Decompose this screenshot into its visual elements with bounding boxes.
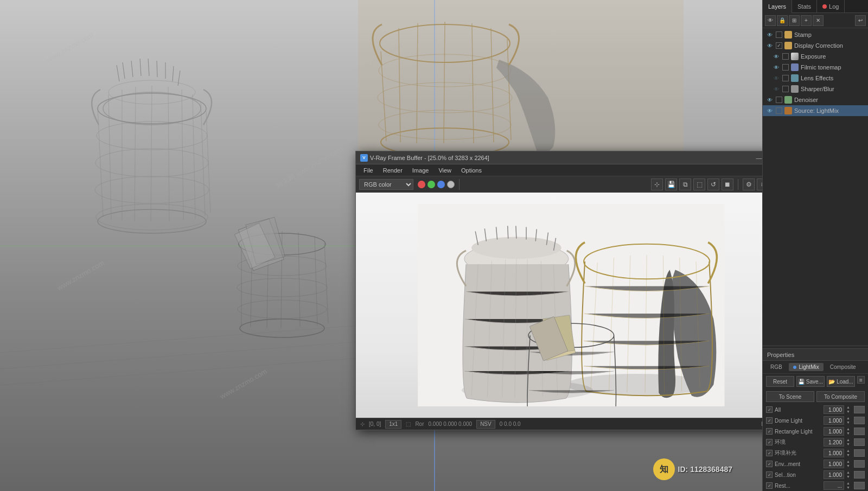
- tab-layers[interactable]: Layers: [763, 0, 792, 13]
- light-sel-down[interactable]: ▼: [846, 475, 852, 479]
- light-dome-color[interactable]: [854, 417, 865, 424]
- prop-tab-composite[interactable]: Composite: [826, 363, 860, 371]
- light-env2-down[interactable]: ▼: [846, 464, 852, 468]
- layer-stamp-checkbox[interactable]: [776, 31, 782, 38]
- layer-stamp-eye[interactable]: 👁: [766, 31, 774, 39]
- light-all-up[interactable]: ▲: [846, 405, 852, 410]
- channel-select[interactable]: RGB color Alpha Luminance: [359, 179, 413, 190]
- load-button[interactable]: 📂 Load...: [827, 376, 855, 387]
- format-button[interactable]: NSV: [476, 420, 495, 429]
- layer-exposure-eye[interactable]: 👁: [773, 53, 780, 60]
- layer-denoiser-eye[interactable]: 👁: [766, 96, 774, 104]
- light-rest-up[interactable]: ▲: [846, 481, 852, 486]
- menu-file[interactable]: File: [359, 165, 378, 176]
- light-dome-up[interactable]: ▲: [846, 416, 852, 420]
- light-env-checkbox[interactable]: [766, 439, 773, 445]
- light-dome-checkbox[interactable]: [766, 417, 773, 424]
- layer-lens-checkbox[interactable]: [782, 75, 789, 81]
- settings-button[interactable]: ⚙: [743, 178, 755, 190]
- menu-options[interactable]: Options: [457, 165, 486, 176]
- vfb-render-area[interactable]: BLINK: [356, 193, 786, 418]
- layers-group-button[interactable]: ⊞: [789, 15, 800, 26]
- menu-image[interactable]: Image: [408, 165, 433, 176]
- light-env-up[interactable]: ▲: [846, 438, 852, 442]
- minimize-button[interactable]: —: [756, 155, 762, 161]
- light-all-color[interactable]: [854, 406, 865, 413]
- light-envfill-down[interactable]: ▼: [846, 453, 852, 457]
- layer-display-correction-checkbox[interactable]: [776, 42, 782, 49]
- blue-channel-toggle[interactable]: [437, 181, 445, 188]
- layer-source-eye[interactable]: 👁: [766, 107, 774, 114]
- tab-log[interactable]: Log: [817, 0, 845, 13]
- light-sel-up[interactable]: ▲: [846, 470, 852, 475]
- light-sel-color[interactable]: [854, 471, 865, 479]
- light-dome-down[interactable]: ▼: [846, 420, 852, 425]
- layer-display-correction-eye[interactable]: 👁: [766, 42, 774, 49]
- light-env2-checkbox[interactable]: [766, 461, 773, 467]
- save-button[interactable]: 💾 Save...: [796, 376, 825, 387]
- red-channel-toggle[interactable]: [418, 181, 425, 188]
- light-dome-value: 1.000: [824, 416, 844, 425]
- light-envfill-checkbox[interactable]: [766, 450, 773, 456]
- light-env2-up[interactable]: ▲: [846, 460, 852, 464]
- layers-eye-button[interactable]: 👁: [765, 15, 776, 26]
- render-region-button[interactable]: ⬚: [693, 178, 705, 190]
- alpha-channel-toggle[interactable]: [447, 181, 455, 188]
- layer-sharpen-blur[interactable]: 👁 Sharper/Blur: [763, 84, 868, 94]
- reset-button[interactable]: Reset: [766, 376, 794, 387]
- prop-tab-lightmix[interactable]: LightMix: [789, 363, 824, 371]
- layer-lens-eye[interactable]: 👁: [773, 74, 780, 82]
- to-composite-button[interactable]: To Composite: [816, 391, 865, 402]
- layers-undo-button[interactable]: ↩: [855, 15, 866, 26]
- clone-button[interactable]: ⧉: [679, 178, 691, 190]
- layer-source-checkbox[interactable]: [776, 107, 782, 114]
- layer-filmic-tonemap[interactable]: 👁 Filmic tonemap: [763, 62, 868, 73]
- stop-button[interactable]: ⏹: [722, 178, 733, 190]
- layer-filmic-checkbox[interactable]: [782, 64, 789, 71]
- svg-line-6: [148, 59, 149, 76]
- svg-line-31: [281, 231, 282, 328]
- light-all-checkbox[interactable]: [766, 406, 773, 413]
- light-rest-color[interactable]: [854, 482, 865, 489]
- menu-render[interactable]: Render: [379, 165, 407, 176]
- light-rect-down[interactable]: ▼: [846, 431, 852, 436]
- layer-sharpen-checkbox[interactable]: [782, 86, 789, 92]
- light-env-color[interactable]: [854, 438, 865, 446]
- zoom-level-button[interactable]: 1x1: [385, 420, 401, 429]
- layers-add-button[interactable]: +: [801, 15, 812, 26]
- light-env2-color[interactable]: [854, 460, 865, 468]
- layer-denoiser[interactable]: 👁 Denoiser: [763, 94, 868, 105]
- layer-display-correction[interactable]: 👁 Display Correction: [763, 40, 868, 51]
- layers-lock-button[interactable]: 🔒: [777, 15, 788, 26]
- light-rect-up[interactable]: ▲: [846, 427, 852, 431]
- light-rect-checkbox[interactable]: [766, 428, 773, 435]
- layer-denoiser-checkbox[interactable]: [776, 97, 782, 103]
- save-stamp-button[interactable]: 💾: [665, 178, 677, 190]
- refresh-button[interactable]: ↺: [707, 178, 719, 190]
- layers-delete-button[interactable]: ✕: [813, 15, 824, 26]
- layer-sharpen-eye[interactable]: 👁: [773, 85, 780, 93]
- layer-stamp[interactable]: 👁 Stamp: [763, 29, 868, 40]
- light-env-down[interactable]: ▼: [846, 442, 852, 447]
- more-options-button[interactable]: ≡: [857, 376, 865, 384]
- layer-exposure[interactable]: 👁 Exposure: [763, 51, 868, 62]
- layer-lens-effects[interactable]: 👁 Lens Effects: [763, 73, 868, 84]
- prop-tab-rgb[interactable]: RGB: [766, 363, 787, 371]
- light-all-down[interactable]: ▼: [846, 410, 852, 414]
- light-rest-checkbox[interactable]: [766, 482, 773, 489]
- svg-line-44: [0, 358, 358, 385]
- cursor-tool-button[interactable]: ⊹: [651, 178, 663, 190]
- light-rest-down[interactable]: ▼: [846, 486, 852, 490]
- layer-exposure-checkbox[interactable]: [782, 53, 789, 60]
- light-sel-value: 1.000: [824, 470, 844, 479]
- tab-stats[interactable]: Stats: [792, 0, 817, 13]
- green-channel-toggle[interactable]: [427, 181, 435, 188]
- to-scene-button[interactable]: To Scene: [766, 391, 814, 402]
- menu-view[interactable]: View: [434, 165, 456, 176]
- layer-filmic-eye[interactable]: 👁: [773, 63, 780, 71]
- layer-source-lightmix[interactable]: 👁 Source: LightMix: [763, 105, 868, 116]
- light-envfill-up[interactable]: ▲: [846, 449, 852, 453]
- light-sel-checkbox[interactable]: [766, 471, 773, 478]
- light-envfill-color[interactable]: [854, 449, 865, 457]
- light-rect-color[interactable]: [854, 428, 865, 435]
